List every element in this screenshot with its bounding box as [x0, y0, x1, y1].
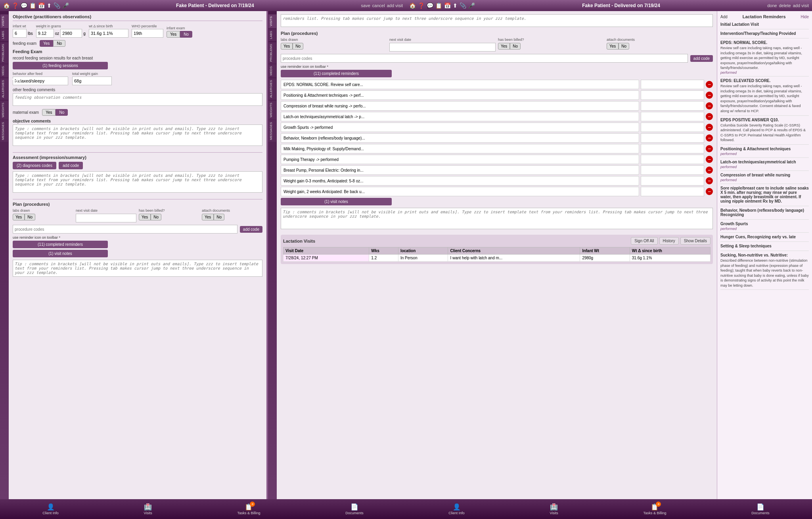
r-list-icon[interactable]: 📋 — [435, 2, 442, 9]
help-icon[interactable]: ❓ — [12, 2, 19, 9]
r-attach-yes-btn[interactable]: Yes — [607, 43, 619, 50]
r-sidebar-tab-labs[interactable]: LABS — [268, 29, 276, 41]
r-procedure-codes-input[interactable] — [281, 54, 688, 63]
sidebar-tab-messages[interactable]: MESSAGES — [0, 120, 8, 142]
r-billed-no-btn[interactable]: No — [510, 43, 521, 50]
r-nav-documents[interactable]: 📄 Documents — [751, 503, 770, 515]
list-icon[interactable]: 📋 — [29, 2, 36, 9]
r-top-textarea[interactable] — [281, 14, 713, 27]
r-visit-notes-btn[interactable]: (1) visit notes — [281, 198, 392, 205]
r-upload-icon[interactable]: ⬆ — [453, 2, 458, 9]
nav-visits[interactable]: 🏥 Visits — [144, 503, 152, 515]
home-icon[interactable]: 🏠 — [3, 2, 10, 9]
remove-btn-7[interactable]: − — [706, 156, 713, 163]
add-visit-action[interactable]: add visit — [387, 3, 403, 8]
r-cal-icon[interactable]: 📅 — [444, 2, 451, 9]
feeding-exam-no-btn[interactable]: No — [53, 40, 65, 47]
r-chat-icon[interactable]: 💬 — [427, 2, 433, 9]
who-input[interactable] — [132, 29, 163, 38]
feeding-comments-textarea[interactable] — [13, 93, 262, 106]
next-visit-input[interactable] — [76, 214, 136, 222]
remove-btn-0[interactable]: − — [706, 81, 713, 88]
r-nav-tasks[interactable]: 📋 8 Tasks & Billing — [643, 503, 666, 515]
r-sidebar-tab-problems[interactable]: PROBLEMS — [268, 42, 276, 63]
reminder-input-0[interactable] — [641, 80, 704, 89]
r-visit-notes-textarea[interactable] — [281, 208, 713, 229]
r-sidebar-tab-weights[interactable]: WEIGHTS — [268, 101, 276, 119]
add-code-btn[interactable]: add code — [59, 162, 83, 169]
weight-oz-input[interactable] — [36, 29, 54, 38]
infant-exam-yes-btn[interactable]: Yes — [167, 31, 180, 38]
sidebar-tab-problems[interactable]: PROBLEMS — [0, 42, 8, 63]
r-sidebar-tab-messages[interactable]: MESSAGES — [268, 120, 276, 142]
infant-exam-no-btn[interactable]: No — [180, 31, 192, 38]
procedure-codes-input[interactable] — [13, 225, 237, 234]
link-icon[interactable]: 📎 — [54, 2, 60, 9]
cal-icon[interactable]: 📅 — [38, 2, 45, 9]
billed-no-btn[interactable]: No — [151, 214, 161, 220]
reminder-input-4[interactable] — [641, 123, 704, 132]
reminder-input-8[interactable] — [641, 165, 704, 175]
r-help-icon[interactable]: ❓ — [418, 2, 425, 9]
remove-btn-8[interactable]: − — [706, 167, 713, 174]
sidebar-tab-meds[interactable]: MEDS — [0, 64, 8, 77]
maternal-no-btn[interactable]: No — [56, 109, 68, 116]
reminder-input-6[interactable] — [641, 144, 704, 153]
reminder-input-2[interactable] — [641, 101, 704, 111]
behavior-input[interactable] — [13, 77, 68, 85]
r-home-icon[interactable]: 🏠 — [409, 2, 416, 9]
reminder-input-7[interactable] — [641, 155, 704, 164]
r-nav-visits[interactable]: 🏥 Visits — [550, 503, 558, 515]
r-billed-yes-btn[interactable]: Yes — [498, 43, 510, 50]
remove-btn-3[interactable]: − — [706, 113, 713, 120]
weight-gain-input[interactable] — [72, 77, 112, 85]
sidebar-tab-visits[interactable]: VISITS — [0, 14, 8, 28]
r-mic-icon[interactable]: 🎤 — [468, 2, 475, 9]
reminder-input-5[interactable] — [641, 133, 704, 143]
add-code-btn2[interactable]: add code — [240, 226, 262, 233]
sidebar-tab-labs[interactable]: LABS — [0, 29, 8, 41]
delete-action[interactable]: delete — [779, 3, 791, 8]
remove-btn-6[interactable]: − — [706, 145, 713, 152]
feeding-sessions-btn[interactable]: (1) feeding sessions — [13, 62, 108, 69]
labs-no-btn[interactable]: No — [25, 214, 35, 220]
nav-client-info[interactable]: 👤 Client Info — [42, 503, 59, 515]
r-add-visit-action[interactable]: add visit — [793, 3, 809, 8]
remove-btn-9[interactable]: − — [706, 177, 713, 184]
table-row[interactable]: 7/28/24, 12:27 PM 1.2 In Person I want h… — [283, 255, 710, 262]
remove-btn-5[interactable]: − — [706, 134, 713, 142]
billed-yes-btn[interactable]: Yes — [139, 214, 151, 220]
r-sidebar-tab-meds[interactable]: MEDS — [268, 64, 276, 77]
chat-icon[interactable]: 💬 — [21, 2, 27, 9]
save-action[interactable]: save — [361, 3, 370, 8]
reminder-input-3[interactable] — [641, 112, 704, 121]
hide-btn[interactable]: Hide — [801, 15, 809, 19]
reminder-input-9[interactable] — [641, 176, 704, 186]
feeding-exam-yes-btn[interactable]: Yes — [40, 40, 53, 47]
r-labs-no-btn[interactable]: No — [293, 43, 303, 50]
weight-grams-input[interactable] — [60, 29, 82, 38]
maternal-yes-btn[interactable]: Yes — [42, 109, 56, 116]
history-btn[interactable]: History — [659, 237, 679, 245]
r-nav-client-info[interactable]: 👤 Client Info — [448, 503, 465, 515]
r-sidebar-tab-visits[interactable]: VISITS — [268, 14, 276, 28]
attach-yes-btn[interactable]: Yes — [202, 214, 214, 220]
show-details-btn[interactable]: Show Details — [680, 237, 710, 245]
visit-notes-btn[interactable]: (1) visit notes — [13, 250, 108, 257]
r-add-code-btn[interactable]: add code — [690, 55, 713, 62]
visit-notes-textarea[interactable] — [13, 260, 262, 277]
r-labs-yes-btn[interactable]: Yes — [281, 43, 293, 50]
reminder-input-1[interactable] — [641, 90, 704, 100]
remove-btn-10[interactable]: − — [706, 188, 713, 195]
wt-since-input[interactable] — [89, 29, 128, 38]
sidebar-tab-weights[interactable]: WEIGHTS — [0, 101, 8, 119]
sign-off-all-btn[interactable]: Sign Off All — [631, 237, 657, 245]
assessment-textarea[interactable] — [13, 171, 262, 193]
r-sidebar-tab-allergies[interactable]: ALLERGIES — [268, 78, 276, 100]
upload-icon[interactable]: ⬆ — [47, 2, 52, 9]
r-next-visit-input[interactable] — [389, 43, 496, 52]
labs-yes-btn[interactable]: Yes — [13, 214, 25, 220]
nav-tasks[interactable]: 📋 8 Tasks & Billing — [237, 503, 260, 515]
remove-btn-2[interactable]: − — [706, 102, 713, 109]
objective-comments-textarea[interactable] — [13, 124, 262, 146]
